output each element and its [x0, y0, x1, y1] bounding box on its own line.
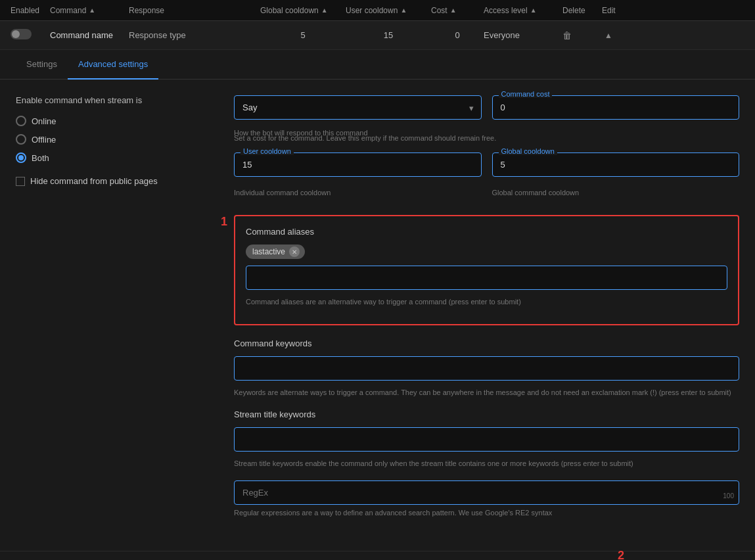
- command-cost-input[interactable]: [492, 95, 740, 120]
- hide-command-checkbox[interactable]: [16, 177, 25, 186]
- aliases-title: Command aliases: [246, 227, 727, 237]
- alias-remove-button[interactable]: ✕: [289, 246, 300, 257]
- user-cooldown-cell: 15: [346, 30, 431, 40]
- col-header-cost[interactable]: Cost ▲: [431, 6, 484, 15]
- stream-enable-label: Enable command when stream is: [16, 95, 213, 105]
- keywords-title: Command keywords: [234, 338, 739, 348]
- tab-settings[interactable]: Settings: [16, 50, 68, 80]
- radio-both-circle[interactable]: [16, 152, 26, 163]
- enabled-toggle[interactable]: [11, 29, 32, 39]
- global-sort-icon[interactable]: ▲: [321, 7, 328, 14]
- col-header-command[interactable]: Command ▲: [50, 6, 129, 15]
- radio-online-circle[interactable]: [16, 116, 26, 126]
- tabs-bar: Settings Advanced settings: [0, 50, 755, 80]
- user-sort-icon[interactable]: ▲: [400, 7, 407, 14]
- regex-section: 100 Regular expressions are a way to def…: [234, 480, 739, 517]
- radio-online-label: Online: [32, 116, 57, 126]
- user-cooldown-label: User cooldown: [240, 147, 294, 155]
- table-row: Command name Response type 5 15 0 Everyo…: [0, 21, 755, 50]
- user-cooldown-input[interactable]: [234, 152, 482, 177]
- response-type-cell: Response type: [129, 30, 260, 40]
- user-cooldown-help: Individual command cooldown: [234, 189, 482, 197]
- user-cooldown-group: User cooldown: [234, 152, 482, 177]
- command-cost-label: Command cost: [499, 90, 553, 98]
- stream-keywords-title: Stream title keywords: [234, 409, 739, 419]
- global-cooldown-help: Global command cooldown: [492, 189, 740, 197]
- access-sort-icon[interactable]: ▲: [530, 7, 537, 14]
- say-select[interactable]: Say: [234, 95, 482, 120]
- command-cost-group: Command cost: [492, 95, 740, 120]
- left-column: Enable command when stream is Online Off…: [16, 95, 213, 530]
- stream-radio-group: Online Offline Both: [16, 116, 213, 163]
- alias-input[interactable]: [246, 266, 727, 290]
- keywords-section: Command keywords Keywords are alternate …: [234, 338, 739, 396]
- aliases-section-wrapper: 1 Command aliases lastactive ✕ Command a…: [234, 215, 739, 325]
- col-header-global[interactable]: Global cooldown ▲: [260, 6, 346, 15]
- col-header-access[interactable]: Access level ▲: [484, 6, 562, 15]
- marker-2: 2: [618, 549, 624, 560]
- radio-offline-label: Offline: [32, 135, 56, 145]
- cost-sort-icon[interactable]: ▲: [450, 7, 457, 14]
- command-cost-help: Set a cost for the command. Leave this e…: [234, 134, 739, 142]
- global-cooldown-group: Global cooldown: [492, 152, 740, 177]
- say-cost-row: Say Command cost: [234, 95, 739, 130]
- hide-command-label: Hide command from public pages: [30, 176, 158, 186]
- edit-cell: ▲: [602, 30, 628, 40]
- hide-command-checkbox-row[interactable]: Hide command from public pages: [16, 176, 213, 186]
- tab-advanced-settings[interactable]: Advanced settings: [68, 50, 158, 80]
- delete-icon[interactable]: 🗑: [562, 30, 572, 41]
- radio-online[interactable]: Online: [16, 116, 213, 126]
- table-header: Enabled Command ▲ Response Global cooldo…: [0, 0, 755, 21]
- cooldown-row: User cooldown Global cooldown: [234, 152, 739, 187]
- aliases-help: Command aliases are an alternative way t…: [246, 298, 727, 306]
- enabled-toggle-cell: [11, 29, 50, 41]
- radio-both[interactable]: Both: [16, 152, 213, 163]
- col-header-user[interactable]: User cooldown ▲: [346, 6, 431, 15]
- marker-1: 1: [221, 215, 227, 229]
- stream-keywords-input[interactable]: [234, 427, 739, 452]
- col-header-response: Response: [129, 6, 260, 15]
- cost-cell: 0: [431, 30, 484, 40]
- regex-field-wrapper: 100: [234, 480, 739, 505]
- command-sort-icon[interactable]: ▲: [89, 7, 95, 14]
- char-count: 100: [723, 492, 734, 500]
- col-header-edit: Edit: [602, 6, 628, 15]
- global-cooldown-label: Global cooldown: [499, 147, 557, 155]
- content-area: Enable command when stream is Online Off…: [0, 80, 755, 546]
- alias-tag-lastactive: lastactive ✕: [246, 245, 305, 259]
- radio-offline[interactable]: Offline: [16, 134, 213, 145]
- col-header-delete: Delete: [562, 6, 602, 15]
- right-column: Say Command cost How the bot will respon…: [234, 95, 739, 530]
- regex-input[interactable]: [234, 480, 739, 505]
- command-name-cell: Command name: [50, 30, 129, 40]
- radio-offline-circle[interactable]: [16, 134, 26, 145]
- stream-keywords-section: Stream title keywords Stream title keywo…: [234, 409, 739, 467]
- keywords-help: Keywords are alternate ways to trigger a…: [234, 388, 739, 396]
- keywords-input[interactable]: [234, 356, 739, 381]
- radio-both-label: Both: [32, 153, 49, 163]
- global-cooldown-cell: 5: [260, 30, 346, 40]
- global-cooldown-input[interactable]: [492, 152, 740, 177]
- say-group: Say: [234, 95, 482, 120]
- regex-help: Regular expressions are a way to define …: [234, 509, 739, 517]
- command-aliases-box: Command aliases lastactive ✕ Command ali…: [234, 215, 739, 325]
- delete-cell: 🗑: [562, 30, 602, 41]
- footer: 2 CANCEL ACTIVATE COMMAND: [0, 551, 755, 560]
- alias-tag-label: lastactive: [252, 247, 285, 256]
- col-header-enabled: Enabled: [11, 6, 50, 15]
- stream-keywords-help: Stream title keywords enable the command…: [234, 459, 739, 467]
- chevron-up-icon[interactable]: ▲: [605, 31, 612, 40]
- access-level-cell: Everyone: [484, 30, 562, 40]
- say-select-wrapper: Say: [234, 95, 482, 120]
- settings-panel: Settings Advanced settings Enable comman…: [0, 50, 755, 560]
